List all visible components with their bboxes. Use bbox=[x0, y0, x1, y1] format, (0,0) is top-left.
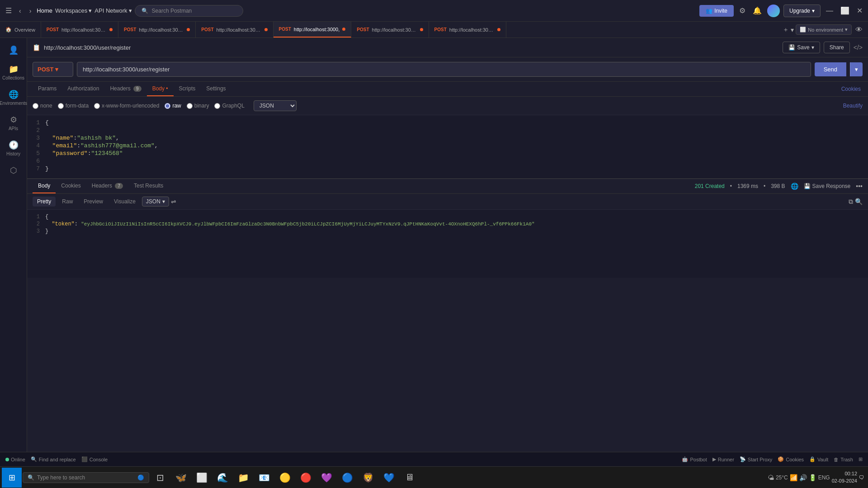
fmt-tab-preview[interactable]: Preview bbox=[79, 197, 108, 206]
online-status[interactable]: Online bbox=[5, 457, 25, 462]
resp-tab-cookies[interactable]: Cookies bbox=[56, 179, 86, 193]
postbot-button[interactable]: 🤖 Postbot bbox=[682, 456, 707, 462]
tab-headers[interactable]: Headers 9 bbox=[104, 82, 146, 96]
cookies-button[interactable]: Cookies bbox=[840, 82, 863, 96]
grid-button[interactable]: ⊞ bbox=[859, 456, 863, 462]
request-body-editor[interactable]: 1 { 2 3 "name":"ashish bk", 4 "email":"a… bbox=[27, 115, 868, 178]
tab-scripts[interactable]: Scripts bbox=[174, 82, 201, 96]
tab-4-active[interactable]: POST http://localhost:3000, bbox=[274, 22, 352, 38]
filter-button[interactable]: ⇌ bbox=[171, 198, 176, 205]
fmt-tab-pretty[interactable]: Pretty bbox=[33, 197, 56, 206]
send-dropdown-button[interactable]: ▾ bbox=[850, 62, 863, 76]
forward-button[interactable]: › bbox=[27, 5, 34, 16]
environment-selector[interactable]: ⬜ No environment ▾ bbox=[796, 24, 852, 35]
hamburger-menu[interactable]: ☰ bbox=[4, 5, 14, 17]
upgrade-button[interactable]: Upgrade ▾ bbox=[783, 5, 821, 17]
tab-3[interactable]: POST http://localhost:3000, bbox=[196, 22, 273, 38]
search-response-button[interactable]: 🔍 bbox=[855, 198, 863, 205]
sidebar-item-history[interactable]: 🕐 History bbox=[2, 136, 25, 160]
workspaces-menu[interactable]: Workspaces ▾ bbox=[55, 7, 92, 14]
tab-authorization[interactable]: Authorization bbox=[62, 82, 104, 96]
avatar[interactable] bbox=[767, 5, 780, 17]
globe-icon[interactable]: 🌐 bbox=[791, 183, 798, 190]
console-button[interactable]: ⬛ Console bbox=[81, 456, 108, 462]
tray-icon-1[interactable]: 🌤 bbox=[768, 474, 774, 481]
taskbar-search[interactable]: 🔍 Type here to search 🔵 bbox=[23, 472, 149, 483]
tab-1[interactable]: POST http://localhost:3000, bbox=[41, 22, 118, 38]
notification-icon[interactable]: 🗨 bbox=[859, 474, 864, 481]
taskbar-app-2[interactable]: ⬜ bbox=[192, 468, 212, 488]
home-link[interactable]: Home bbox=[37, 7, 52, 14]
taskbar-app-7[interactable]: 🔵 bbox=[337, 468, 357, 488]
taskbar-app-6[interactable]: 💜 bbox=[316, 468, 336, 488]
tab-body[interactable]: Body • bbox=[147, 82, 174, 96]
code-icon[interactable]: </> bbox=[854, 42, 863, 53]
windows-start-button[interactable]: ⊞ bbox=[2, 468, 22, 488]
tab-5[interactable]: POST http://localhost:3000, bbox=[351, 22, 429, 38]
tab-params[interactable]: Params bbox=[33, 82, 62, 96]
invite-button[interactable]: 👥 Invite bbox=[699, 5, 734, 17]
tab-overview[interactable]: 🏠 Overview bbox=[0, 22, 41, 38]
start-proxy-button[interactable]: 📡 Start Proxy bbox=[740, 456, 772, 462]
body-raw-option[interactable]: raw bbox=[165, 103, 181, 109]
find-replace-button[interactable]: 🔍 Find and replace bbox=[31, 456, 76, 462]
taskbar-app-email[interactable]: 📧 bbox=[254, 468, 274, 488]
format-selector[interactable]: JSON Text XML HTML JavaScript bbox=[254, 100, 297, 111]
maximize-button[interactable]: ⬜ bbox=[839, 5, 851, 17]
beautify-button[interactable]: Beautify bbox=[843, 103, 863, 109]
sidebar-item-mock[interactable]: ⬡ bbox=[2, 162, 25, 179]
taskbar-app-chrome[interactable]: 🟡 bbox=[275, 468, 295, 488]
new-tab-button[interactable]: ＋ bbox=[783, 26, 789, 34]
body-none-option[interactable]: none bbox=[33, 103, 52, 109]
bell-icon[interactable]: 🔔 bbox=[751, 5, 764, 17]
taskbar-app-edge[interactable]: 🌊 bbox=[212, 468, 232, 488]
sidebar-item-user[interactable]: 👤 bbox=[2, 42, 25, 59]
taskbar-app-5[interactable]: 🔴 bbox=[296, 468, 316, 488]
body-form-data-option[interactable]: form-data bbox=[58, 103, 89, 109]
fmt-tab-raw[interactable]: Raw bbox=[57, 197, 77, 206]
vault-button[interactable]: 🔒 Vault bbox=[809, 456, 828, 462]
api-network-menu[interactable]: API Network ▾ bbox=[94, 7, 132, 14]
volume-icon[interactable]: 🔊 bbox=[799, 474, 807, 481]
taskbar-task-view[interactable]: ⊡ bbox=[150, 468, 170, 488]
minimize-button[interactable]: — bbox=[824, 5, 835, 17]
battery-icon[interactable]: 🔋 bbox=[809, 474, 816, 481]
taskbar-app-terminal[interactable]: 🖥 bbox=[400, 468, 420, 488]
close-button[interactable]: ✕ bbox=[855, 5, 864, 17]
sidebar-item-environments[interactable]: 🌐 Environments bbox=[2, 86, 25, 109]
body-urlencoded-option[interactable]: x-www-form-urlencoded bbox=[94, 103, 159, 109]
more-options-button[interactable]: ••• bbox=[856, 183, 863, 190]
json-format-selector[interactable]: JSON ▾ bbox=[142, 197, 169, 206]
network-icon[interactable]: 📶 bbox=[790, 474, 797, 481]
save-button[interactable]: 💾 Save ▾ bbox=[783, 42, 820, 53]
search-bar[interactable]: 🔍 Search Postman bbox=[135, 5, 243, 17]
tab-6[interactable]: POST http://localhost:3000, bbox=[429, 22, 506, 38]
runner-button[interactable]: ▶ Runner bbox=[712, 456, 734, 462]
fmt-tab-visualize[interactable]: Visualize bbox=[109, 197, 140, 206]
sidebar-item-apis[interactable]: ⚙ APIs bbox=[2, 111, 25, 135]
tab-list-button[interactable]: ▾ bbox=[791, 26, 794, 33]
save-response-button[interactable]: 💾 Save Response bbox=[804, 183, 851, 189]
resp-tab-test-results[interactable]: Test Results bbox=[128, 179, 169, 193]
back-button[interactable]: ‹ bbox=[16, 5, 24, 16]
body-graphql-option[interactable]: GraphQL bbox=[214, 103, 244, 109]
url-input[interactable] bbox=[77, 62, 811, 77]
taskbar-app-folder[interactable]: 📁 bbox=[233, 468, 253, 488]
taskbar-app-1[interactable]: 🦋 bbox=[171, 468, 191, 488]
sidebar-item-collections[interactable]: 📁 Collections bbox=[2, 61, 25, 84]
tab-2[interactable]: POST http://localhost:3000, bbox=[118, 22, 196, 38]
trash-button[interactable]: 🗑 Trash bbox=[834, 457, 853, 462]
tab-settings[interactable]: Settings bbox=[201, 82, 231, 96]
body-binary-option[interactable]: binary bbox=[187, 103, 209, 109]
resp-tab-headers[interactable]: Headers 7 bbox=[86, 179, 128, 193]
cookies-button[interactable]: 🍪 Cookies bbox=[778, 456, 804, 462]
settings-icon[interactable]: ⚙ bbox=[737, 5, 747, 17]
resp-tab-body[interactable]: Body bbox=[33, 179, 56, 193]
eye-icon[interactable]: 👁 bbox=[854, 24, 864, 36]
method-selector[interactable]: POST ▾ bbox=[33, 62, 73, 77]
taskbar-app-brave[interactable]: 🦁 bbox=[358, 468, 378, 488]
taskbar-app-vscode[interactable]: 💙 bbox=[379, 468, 399, 488]
copy-button[interactable]: ⧉ bbox=[849, 198, 853, 206]
share-button[interactable]: Share bbox=[824, 42, 850, 53]
send-button[interactable]: Send bbox=[815, 62, 846, 76]
